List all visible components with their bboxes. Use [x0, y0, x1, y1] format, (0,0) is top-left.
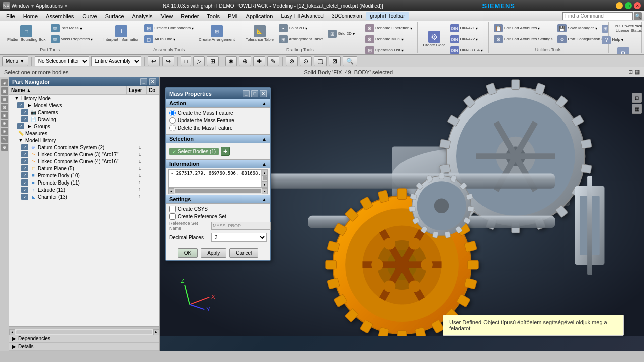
- create-components-button[interactable]: ⊞ Create Components ▾: [142, 23, 196, 33]
- menu-item-render[interactable]: Render: [177, 12, 203, 20]
- save-manager-button[interactable]: 💾 Save Manager ▾: [555, 23, 605, 33]
- point-2d-button[interactable]: • Point 2D ▾: [277, 23, 325, 33]
- mp-minimize-button[interactable]: _: [243, 90, 250, 97]
- menu-item-pmi[interactable]: PMI: [224, 12, 242, 20]
- vp-icon-2[interactable]: ▦: [632, 104, 642, 114]
- create-ref-set-checkbox[interactable]: [169, 213, 176, 220]
- rename-operation-button[interactable]: ⚙ Rename Operation ▾: [363, 23, 415, 33]
- din471-button[interactable]: DIN DIN-471 ▾: [448, 23, 486, 33]
- create-mass-feature-radio[interactable]: Create the Mass Feature: [169, 110, 267, 116]
- side-icon-2[interactable]: ⊞: [1, 87, 8, 95]
- scroll-down-button[interactable]: ▼: [262, 181, 268, 187]
- mp-restore-button[interactable]: □: [251, 90, 258, 97]
- list-item[interactable]: ✓ ◣ Chamfer (13) 1: [9, 193, 159, 200]
- list-item[interactable]: 📏 Measures: [9, 130, 159, 137]
- undo-button[interactable]: ↩: [148, 56, 160, 66]
- circle-button[interactable]: ⊙: [300, 56, 312, 66]
- side-icon-1[interactable]: ◈: [1, 79, 8, 86]
- list-item[interactable]: ✓ 📷 Cameras: [9, 109, 159, 116]
- update-mass-feature-radio[interactable]: Update the Mass Feature: [169, 117, 267, 124]
- scroll-thumb[interactable]: [263, 176, 267, 180]
- create-csys-checkbox[interactable]: [169, 206, 176, 212]
- add-button[interactable]: ⊕: [239, 56, 251, 66]
- redo-button[interactable]: ↪: [162, 56, 174, 66]
- flatten-bounding-box-button[interactable]: □ Flatten Bounding Box: [5, 24, 48, 43]
- zoom-button[interactable]: 🔍: [343, 56, 357, 66]
- selection-filter-dropdown[interactable]: No Selection Filter: [35, 56, 89, 66]
- list-item[interactable]: ✓ 📄 Drawing: [9, 116, 159, 123]
- menu-item-tools[interactable]: Tools: [203, 12, 224, 20]
- all-in-one-button[interactable]: ◻ All in One ▾: [142, 34, 196, 44]
- settings-section-header[interactable]: Settings ▲: [166, 195, 270, 204]
- list-item[interactable]: ▼ Model History: [9, 137, 159, 144]
- side-icon-6[interactable]: ⊕: [1, 120, 8, 127]
- menu-item-home[interactable]: Home: [19, 12, 42, 20]
- menu-item-easy-fill[interactable]: Easy Fill Advanced: [277, 12, 328, 20]
- menu-item-assemblies[interactable]: Assemblies: [42, 12, 78, 20]
- information-section-header[interactable]: Information ▲: [166, 159, 270, 168]
- horizontal-scrollbar[interactable]: ◂ ▸: [9, 329, 159, 335]
- arrangement-table-button[interactable]: ⊞ Arrangement Table: [277, 34, 325, 44]
- help-button[interactable]: ? Help ▾: [600, 35, 644, 45]
- create-arrangement-button[interactable]: ⊞ Create Arrangement: [197, 24, 237, 43]
- menu-item-view[interactable]: View: [157, 12, 177, 20]
- side-icon-5[interactable]: ◉: [1, 112, 8, 119]
- din472-button[interactable]: DIN DIN-472 ▾: [448, 34, 486, 44]
- menu-item-file[interactable]: File: [2, 12, 19, 20]
- list-item[interactable]: ✓ ⊕ Datum Coordinate System (2) 1: [9, 144, 159, 151]
- list-item[interactable]: ✓ ■ Promote Body (11) 1: [9, 179, 159, 186]
- list-item[interactable]: ✓ ■ Promote Body (10) 1: [9, 172, 159, 179]
- scroll-left-button[interactable]: ◂: [168, 188, 174, 194]
- close-button[interactable]: ✕: [634, 2, 641, 9]
- scroll-h-thumb[interactable]: [175, 189, 261, 193]
- viewport[interactable]: Solid Body 'FIX_49_BODY' selected: [160, 77, 644, 351]
- edit-button[interactable]: ✎: [267, 56, 279, 66]
- information-text-area[interactable]: - 297517.279, 669760.506, 881668.549 ▲ ▼: [168, 169, 268, 188]
- create-csys-checkbox-row[interactable]: Create CSYS: [169, 206, 267, 212]
- update-radio-input[interactable]: [169, 117, 176, 124]
- run-button[interactable]: ▷: [193, 56, 205, 66]
- pn-minimize-button[interactable]: _: [140, 78, 147, 85]
- cancel-button[interactable]: Cancel: [229, 248, 258, 258]
- action-section-header[interactable]: Action ▲: [166, 99, 270, 108]
- nx-powerpack-license-button[interactable]: ⊞ NX PowerPack License Status: [600, 23, 644, 34]
- create-ref-set-checkbox-row[interactable]: Create Reference Set: [169, 213, 267, 220]
- list-item[interactable]: ✓ ↑ Extrude (12) 1: [9, 186, 159, 193]
- create-gear-button[interactable]: ⚙ Create Gear: [421, 30, 447, 49]
- ref-set-name-input[interactable]: [211, 222, 271, 230]
- side-icon-3[interactable]: ▦: [1, 96, 8, 103]
- minimize-button[interactable]: ─: [616, 2, 623, 9]
- operation-list-button[interactable]: ⊞ Operation List ▾: [363, 45, 415, 55]
- col-name[interactable]: Name ▲: [9, 86, 127, 94]
- list-item[interactable]: ✓ 〜 Linked Composite Curve (3) "Arc17" 1: [9, 151, 159, 158]
- pn-close-button[interactable]: ✕: [149, 78, 156, 85]
- expand-icon[interactable]: ⊡: [628, 69, 633, 75]
- grid-button[interactable]: ⊞: [207, 56, 219, 66]
- list-item[interactable]: ✓ ▶ Model Views: [9, 102, 159, 109]
- delete-radio-input[interactable]: [169, 125, 176, 131]
- info-horizontal-scrollbar[interactable]: ◂ ▸: [168, 188, 268, 194]
- select-button[interactable]: □: [181, 56, 191, 66]
- side-icon-9[interactable]: ⚙: [1, 144, 8, 151]
- nx-powerpack-settings-button[interactable]: ⚙ NX PowerPack Settings: [600, 46, 644, 55]
- info-vertical-scrollbar[interactable]: ▲ ▼: [261, 170, 267, 187]
- menu-button[interactable]: Menu ▼: [2, 56, 28, 66]
- x-square-button[interactable]: ⊠: [329, 56, 341, 66]
- vp-icon-1[interactable]: ⊡: [632, 93, 642, 103]
- side-icon-4[interactable]: ⊡: [1, 104, 8, 111]
- add-bodies-button[interactable]: +: [221, 147, 230, 156]
- menu-item-graphit[interactable]: graphiT Toolbar: [366, 12, 409, 20]
- din333-button[interactable]: DIN DIN-333_A ▾: [448, 45, 486, 55]
- snap-button[interactable]: ◉: [225, 56, 237, 66]
- scope-dropdown[interactable]: Entire Assembly: [91, 56, 141, 66]
- part-configuration-button[interactable]: ⚙ Part Configuration ▾: [555, 34, 605, 44]
- layout-icon[interactable]: ▦: [635, 69, 640, 75]
- menu-item-curve[interactable]: Curve: [78, 12, 101, 20]
- window-menu[interactable]: Window: [12, 3, 30, 9]
- scroll-left-button[interactable]: ◂: [9, 329, 15, 335]
- tolerance-table-button[interactable]: 📐 Tolerance Table: [244, 24, 276, 43]
- menu-item-analysis[interactable]: Analysis: [128, 12, 157, 20]
- cross-button[interactable]: ✚: [253, 56, 265, 66]
- decimal-places-select[interactable]: 3 0 1 2 4 5 6: [211, 233, 267, 242]
- delete-mass-feature-radio[interactable]: Delete the Mass Feature: [169, 125, 267, 131]
